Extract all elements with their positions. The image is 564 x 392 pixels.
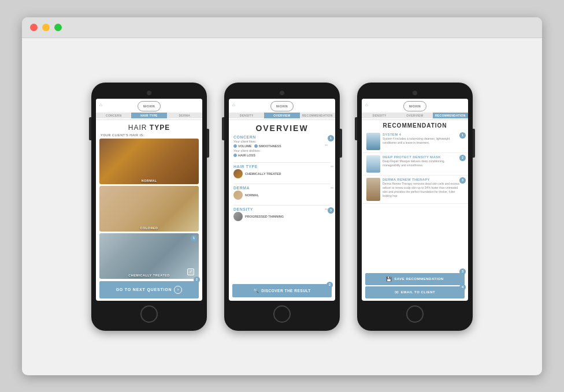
email-btn-label: EMAIL TO CLIENT: [401, 290, 435, 294]
phone-2-home-btn[interactable]: [273, 305, 291, 323]
selected-checkmark: ✓: [187, 268, 194, 275]
phone-1-title: HAIR TYPE: [96, 120, 202, 133]
pill-hair-loss: HAIR LOSS: [233, 154, 255, 157]
home-icon-2[interactable]: ⌂: [232, 102, 235, 107]
tab-hair-type[interactable]: HAIR TYPE: [131, 113, 166, 118]
hair-type-thumb: [233, 169, 243, 178]
swatch-badge-1: 1: [191, 235, 197, 241]
phone-1: ⌂ NIOXIN CONCERN HAIR TYPE DERMA HAIR TY…: [91, 83, 207, 331]
tab-overview-3[interactable]: OVERVIEW: [397, 113, 432, 118]
concern-badge: 1: [328, 135, 334, 141]
tab-derma[interactable]: DERMA: [167, 113, 202, 118]
product-2: DEEP PROTECT DENSITY MASK Deep Repair Ma…: [362, 153, 468, 176]
next-btn-badge: 2: [194, 277, 200, 283]
save-icon: 💾: [386, 277, 392, 282]
tab-density-2[interactable]: DENSITY: [229, 113, 264, 118]
concern-dislikes-pills: HAIR LOSS: [233, 154, 331, 157]
nioxin-logo-3: NIOXIN: [403, 101, 426, 111]
hair-type-section: HAIR TYPE CHEMICALLY TREATED ✏: [229, 165, 335, 182]
browser-content: ⌂ NIOXIN CONCERN HAIR TYPE DERMA HAIR TY…: [22, 38, 542, 375]
derma-title: DERMA: [233, 186, 331, 190]
home-icon-3[interactable]: ⌂: [365, 102, 368, 107]
phone-3-body: RECOMMENDATION SYSTEM 4 System 4 include…: [362, 120, 468, 301]
phone-2: ⌂ NIOXIN DENSITY OVERVIEW RECOMMENDATION…: [224, 83, 340, 331]
nioxin-logo-1: NIOXIN: [138, 101, 161, 111]
phone-1-screen: ⌂ NIOXIN CONCERN HAIR TYPE DERMA HAIR TY…: [96, 99, 202, 301]
browser-titlebar: [22, 17, 542, 38]
product-3-info: DERMA RENEW THERAPY Derma Renew Therapy …: [383, 178, 463, 198]
product-1: SYSTEM 4 System 4 includes a volumizing …: [362, 130, 468, 153]
phone-1-home-btn[interactable]: [140, 305, 158, 323]
nav-tabs-2: DENSITY OVERVIEW RECOMMENDATION: [229, 113, 335, 118]
next-question-button[interactable]: GO TO NEXT QUESTION ›: [99, 281, 199, 298]
nav-tabs-3: DENSITY OVERVIEW RECOMMENDATION: [362, 113, 468, 118]
derma-value: NORMAL: [245, 193, 259, 197]
tab-recommendation-2[interactable]: RECOMMENDATION: [300, 113, 335, 118]
save-badge: 3: [459, 268, 466, 275]
nioxin-logo-2: NIOXIN: [270, 101, 294, 111]
hair-type-value: CHEMICALLY TREATED: [245, 172, 281, 176]
home-icon-1[interactable]: ⌂: [99, 102, 102, 107]
product-2-name: DEEP PROTECT DENSITY MASK: [383, 155, 463, 159]
density-thumb: [233, 212, 243, 221]
product-3-desc: Derma Renew Therapy removes dead skin ce…: [383, 182, 463, 198]
product-2-badge: 2: [459, 155, 466, 161]
swatch-chemically-treated[interactable]: CHEMICALLY TREATED ✓ 1: [99, 233, 199, 279]
concern-edit-icon[interactable]: ✏: [325, 143, 328, 148]
email-to-client-button[interactable]: ✉ EMAIL TO CLIENT: [365, 286, 465, 298]
email-icon: ✉: [395, 290, 399, 295]
pill-volume: VOLUME: [233, 144, 252, 148]
density-badge: 3: [328, 207, 334, 214]
product-3-img: [366, 178, 380, 201]
product-1-img: [366, 133, 380, 150]
density-edit-icon[interactable]: ✏: [325, 207, 328, 212]
product-3: DERMA RENEW THERAPY Derma Renew Therapy …: [362, 176, 468, 204]
tab-density-3[interactable]: DENSITY: [362, 113, 397, 118]
derma-row: NORMAL: [233, 191, 331, 200]
product-1-badge: 1: [459, 132, 466, 139]
swatch-normal-label: NORMAL: [141, 179, 157, 182]
phone-3: ⌂ NIOXIN DENSITY OVERVIEW RECOMMENDATION…: [357, 83, 473, 331]
product-1-name: SYSTEM 4: [383, 133, 463, 136]
swatch-normal[interactable]: NORMAL: [99, 139, 199, 184]
recommendation-title: RECOMMENDATION: [362, 120, 468, 130]
swatch-chemical-label: CHEMICALLY TREATED: [128, 274, 170, 277]
phone-2-body: OVERVIEW CONCERN Your client likes: VOLU…: [229, 120, 335, 301]
hair-swatches: NORMAL COLORED CHEMICALLY TREATED ✓ 1: [96, 139, 202, 279]
maximize-button[interactable]: [54, 24, 62, 31]
save-recommendation-button[interactable]: 💾 SAVE RECOMMENDATION: [365, 273, 465, 285]
product-3-badge: 3: [459, 177, 466, 184]
discover-badge: 2: [326, 282, 333, 288]
tab-overview[interactable]: OVERVIEW: [264, 113, 299, 118]
concern-section: CONCERN Your client likes: VOLUME SMOOTH…: [229, 135, 335, 160]
density-title: DENSITY: [233, 207, 331, 211]
pill-dot-volume: [233, 144, 237, 148]
overview-title: OVERVIEW: [229, 120, 335, 135]
product-1-desc: System 4 includes a volumizing cleanser,…: [383, 137, 463, 145]
close-button[interactable]: [30, 24, 38, 31]
tab-recommendation-3[interactable]: RECOMMENDATION: [433, 113, 468, 118]
derma-edit-icon[interactable]: ✏: [331, 186, 334, 191]
hair-type-title-2: HAIR TYPE: [233, 165, 331, 169]
phone-1-body: HAIR TYPE YOUR CLIENT'S HAIR IS: NORMAL …: [96, 120, 202, 301]
pill-dot-hair-loss: [233, 154, 237, 157]
product-2-desc: Deep Repair Masque delivers deep conditi…: [383, 159, 463, 167]
swatch-colored[interactable]: COLORED: [99, 186, 199, 232]
discover-result-button[interactable]: 🔍 DISCOVER THE RESULT: [232, 284, 332, 297]
concern-likes-pills: VOLUME SMOOTHNESS: [233, 144, 331, 148]
discover-btn-label: DISCOVER THE RESULT: [261, 289, 311, 293]
product-3-name: DERMA RENEW THERAPY: [383, 178, 463, 181]
email-badge: 4: [459, 284, 466, 290]
tab-concern[interactable]: CONCERN: [96, 113, 131, 118]
phone-3-home-btn[interactable]: [406, 305, 424, 323]
concern-dislikes-label: Your client dislikes:: [233, 149, 331, 152]
derma-section: DERMA NORMAL ✏: [229, 186, 335, 203]
next-arrow-icon: ›: [174, 286, 182, 294]
phone-1-subtitle: YOUR CLIENT'S HAIR IS:: [96, 133, 202, 139]
phone-2-camera: [280, 91, 284, 95]
density-row: PROGRESSED THINNING: [233, 212, 331, 221]
product-2-info: DEEP PROTECT DENSITY MASK Deep Repair Ma…: [383, 155, 463, 167]
divider-1: [233, 162, 331, 163]
hair-type-edit-icon[interactable]: ✏: [331, 165, 334, 169]
minimize-button[interactable]: [42, 24, 50, 31]
